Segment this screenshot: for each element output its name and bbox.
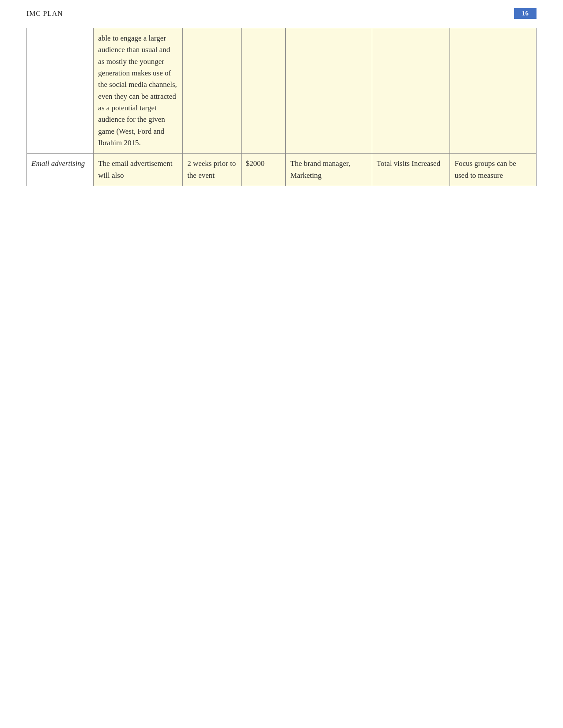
row2-budget: $2000	[246, 158, 281, 169]
row1-col0	[27, 28, 94, 154]
row2-col3: $2000	[241, 154, 286, 186]
row1-col4	[286, 28, 372, 154]
row1-col1: able to engage a larger audience than us…	[94, 28, 183, 154]
row2-responsible: The brand manager, Marketing	[290, 158, 367, 181]
row2-label: Email advertising	[31, 158, 89, 169]
row2-timing: 2 weeks prior to the event	[187, 158, 236, 181]
row1-col2	[183, 28, 241, 154]
row2-kpi: Total visits Increased	[377, 158, 446, 169]
document-title: IMC PLAN	[26, 10, 63, 18]
row2-measurement: Focus groups can be used to measure	[454, 158, 532, 181]
row1-col3	[241, 28, 286, 154]
row2-col2: 2 weeks prior to the event	[183, 154, 241, 186]
row2-col5: Total visits Increased	[372, 154, 450, 186]
table-row: Email advertising The email advertisemen…	[27, 154, 537, 186]
page-number: 16	[514, 8, 537, 19]
imc-table: able to engage a larger audience than us…	[26, 28, 537, 186]
row2-col1: The email advertisement will also	[94, 154, 183, 186]
row2-description: The email advertisement will also	[98, 158, 178, 181]
row2-col6: Focus groups can be used to measure	[450, 154, 537, 186]
table-row: able to engage a larger audience than us…	[27, 28, 537, 154]
row1-col1-text: able to engage a larger audience than us…	[98, 33, 178, 149]
main-table-wrapper: able to engage a larger audience than us…	[0, 28, 563, 186]
page-header: IMC PLAN 16	[0, 0, 563, 23]
row2-col4: The brand manager, Marketing	[286, 154, 372, 186]
row1-col5	[372, 28, 450, 154]
row2-col0: Email advertising	[27, 154, 94, 186]
row1-col6	[450, 28, 537, 154]
